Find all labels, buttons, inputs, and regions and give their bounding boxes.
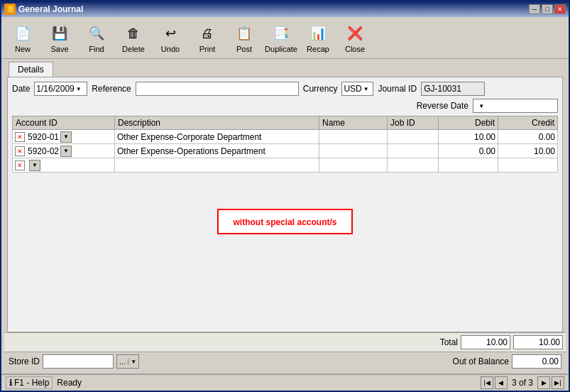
journal-id-input[interactable] [421,82,485,96]
row2-delete-icon[interactable]: ✕ [15,146,25,156]
table-row: ✕ ▼ [13,158,558,173]
total-credit-input[interactable] [513,335,563,349]
row2-id-dropdown[interactable]: ▼ [60,146,72,157]
currency-label: Currency [303,84,338,94]
nav-prev-button[interactable]: ◀ [495,376,508,389]
window-title: General Journal [18,4,83,14]
date-label: Date [12,84,30,94]
store-browse-button[interactable]: ... ▼ [116,354,139,369]
restore-button[interactable]: □ [542,4,553,14]
row3-debit[interactable] [439,158,498,173]
row3-id-dropdown[interactable]: ▼ [29,160,40,171]
nav-last-button[interactable]: ▶| [552,376,564,389]
reference-label: Reference [92,84,131,94]
reverse-date-arrow: ▼ [478,103,484,109]
close-label: Close [345,45,365,53]
close-window-button[interactable]: ✕ [554,4,566,14]
form-row-1: Date 1/16/2009 ▼ Reference Currency USD … [12,82,558,96]
new-button[interactable]: 📄 New [6,20,40,55]
row1-description[interactable]: Other Expense-Corporate Department [115,130,319,144]
balance-input[interactable] [512,354,561,369]
toolbar: 📄 New 💾 Save 🔍 Find 🗑 Delete ↩ Undo 🖨 Pr… [1,17,569,59]
row3-delete-icon[interactable]: ✕ [15,160,25,170]
save-icon: 💾 [48,22,71,45]
row3-credit[interactable] [498,158,558,173]
reference-input[interactable] [136,82,299,96]
row1-id-dropdown[interactable]: ▼ [60,131,72,143]
balance-label: Out of Balance [453,356,509,366]
row3-job-id[interactable] [388,158,439,173]
total-row: Total [4,332,566,352]
row1-account-id[interactable]: ✕ 5920-01 ▼ [13,130,115,144]
status-text: Ready [57,378,82,388]
recap-label: Recap [307,45,329,53]
duplicate-icon: 📑 [270,22,292,45]
main-panel: Date 1/16/2009 ▼ Reference Currency USD … [7,77,563,332]
reverse-date-value [475,101,477,111]
recap-button[interactable]: 📊 Recap [301,20,335,55]
close-button[interactable]: ❌ Close [338,20,372,55]
status-bar: ℹ F1 - Help Ready |◀ ◀ 3 of 3 ▶ ▶| [1,374,569,391]
new-label: New [15,45,31,53]
col-credit: Credit [498,116,558,130]
undo-icon: ↩ [159,22,182,45]
save-button[interactable]: 💾 Save [43,20,77,55]
delete-button[interactable]: 🗑 Delete [116,20,150,55]
table-row: ✕ 5920-02 ▼ Other Expense-Operations Dep… [13,144,558,158]
undo-button[interactable]: ↩ Undo [153,20,187,55]
row3-name[interactable] [319,158,388,173]
row2-credit[interactable]: 10.00 [498,144,558,158]
row1-name[interactable] [319,130,388,144]
save-label: Save [50,45,68,53]
post-icon: 📋 [233,22,256,45]
delete-icon: 🗑 [122,22,145,45]
row1-job-id[interactable] [388,130,439,144]
currency-select[interactable]: USD ▼ [341,82,373,96]
tab-details[interactable]: Details [9,62,53,77]
tab-row: Details [4,59,566,77]
row1-id-value: 5920-01 [28,132,59,142]
new-icon: 📄 [11,22,34,45]
store-right: Out of Balance [453,354,561,369]
page-indicator: 3 of 3 [509,378,536,388]
close-icon: ❌ [344,22,366,45]
print-icon: 🖨 [196,22,219,45]
date-value: 1/16/2009 [36,84,74,94]
nav-next-button[interactable]: ▶ [537,376,550,389]
journal-table: Account ID Description Name Job ID Debit… [12,116,558,173]
print-button[interactable]: 🖨 Print [190,20,224,55]
help-label: F1 - Help [14,378,49,388]
date-select[interactable]: 1/16/2009 ▼ [34,82,87,96]
col-debit: Debit [439,116,498,130]
date-dropdown-arrow: ▼ [76,86,82,92]
nav-first-button[interactable]: |◀ [481,376,493,389]
row1-credit[interactable]: 0.00 [498,130,558,144]
browse-dots-icon: ... [117,357,128,366]
store-left: Store ID ... ▼ [9,354,139,369]
row2-description[interactable]: Other Expense-Operations Department [115,144,319,158]
row3-description[interactable] [115,158,319,173]
row3-account-id[interactable]: ✕ ▼ [13,158,115,173]
undo-label: Undo [161,45,180,53]
reverse-date-select[interactable]: ▼ [473,99,558,113]
help-button[interactable]: ℹ F1 - Help [6,376,53,389]
find-button[interactable]: 🔍 Find [80,20,114,55]
row1-delete-icon[interactable]: ✕ [15,132,25,142]
browse-dropdown-icon: ▼ [128,359,138,365]
warning-message: without special account/s [233,217,336,227]
print-label: Print [199,45,216,53]
post-button[interactable]: 📋 Post [227,20,261,55]
title-bar: 📒 General Journal ─ □ ✕ [1,1,569,17]
row2-debit[interactable]: 0.00 [439,144,498,158]
duplicate-button[interactable]: 📑 Duplicate [264,20,298,55]
row2-name[interactable] [319,144,388,158]
minimize-button[interactable]: ─ [529,4,540,14]
reverse-date-label: Reverse Date [417,101,468,111]
store-id-input[interactable] [43,354,114,369]
find-label: Find [89,45,104,53]
row2-account-id[interactable]: ✕ 5920-02 ▼ [13,144,115,158]
row1-debit[interactable]: 10.00 [439,130,498,144]
total-debit-input[interactable] [461,335,510,349]
col-job-id: Job ID [388,116,439,130]
row2-job-id[interactable] [388,144,439,158]
